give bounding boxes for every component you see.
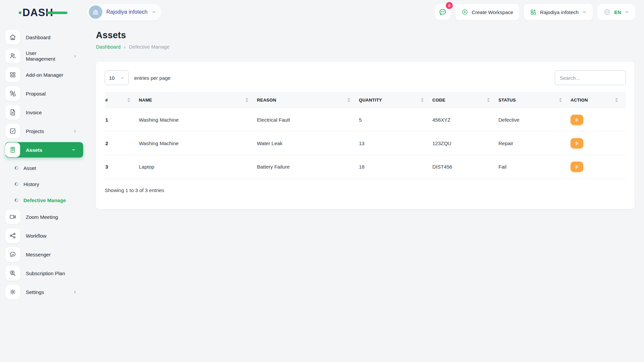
chevron-down-icon xyxy=(625,10,629,14)
notification-badge: 0 xyxy=(446,2,453,9)
chevron-down-icon xyxy=(582,10,587,14)
sidebar-item-subscription-plan[interactable]: Subscription Plan xyxy=(5,265,83,281)
grid-plus-icon xyxy=(530,9,537,15)
column-header-action[interactable]: ACTION xyxy=(570,92,626,108)
sort-icon xyxy=(487,98,490,102)
page-title: Assets xyxy=(96,30,635,41)
sidebar-item-settings[interactable]: Settings xyxy=(5,284,83,300)
table-row: 2 Washing Machine Water Leak 13 123ZQU R… xyxy=(105,132,626,155)
app-root: DASH Rajodiya infotech 0 xyxy=(0,0,644,303)
sidebar-item-assets[interactable]: Assets xyxy=(5,142,83,158)
create-workspace-button[interactable]: Create Workspace xyxy=(455,4,519,20)
sidebar: Dashboard User Management xyxy=(0,24,87,303)
sidebar-subitem-asset[interactable]: Asset xyxy=(15,161,83,175)
chevron-down-icon xyxy=(71,147,76,152)
row-action-button[interactable] xyxy=(571,162,583,172)
bullet-icon xyxy=(15,166,18,170)
proposal-icon xyxy=(5,86,20,101)
sidebar-item-user-management[interactable]: User Management xyxy=(5,48,83,64)
home-icon xyxy=(5,30,20,45)
sidebar-subitem-history[interactable]: History xyxy=(15,177,83,191)
table-row: 3 Laptop Battery Failure 18 DIST456 Fail xyxy=(105,155,626,179)
invoice-document-icon xyxy=(5,105,20,120)
sort-icon xyxy=(421,98,424,102)
breadcrumb-current: Defective Manage xyxy=(129,44,169,50)
breadcrumb-separator: › xyxy=(124,44,125,50)
table-card: 10 entries per page # NAME xyxy=(96,62,635,209)
sidebar-item-zoom-meeting[interactable]: Zoom Meeting xyxy=(5,209,83,225)
status-value: Defective xyxy=(498,108,570,132)
chevron-down-icon xyxy=(120,76,124,80)
workspace-switcher[interactable]: Rajodiya infotech xyxy=(524,4,593,20)
page-size-select[interactable]: 10 xyxy=(105,70,129,85)
column-header-name[interactable]: NAME xyxy=(138,92,256,108)
chevron-down-icon xyxy=(152,10,156,14)
table-row: 1 Washing Machine Electrical Fault 5 456… xyxy=(105,108,626,132)
sort-icon xyxy=(615,98,618,102)
workspace-pill[interactable]: Rajodiya infotech xyxy=(87,3,162,21)
gear-icon xyxy=(5,285,20,299)
table-controls: 10 entries per page xyxy=(105,70,626,85)
globe-icon xyxy=(603,8,611,16)
column-header-quantity[interactable]: QUANTITY xyxy=(358,92,432,108)
bullet-icon xyxy=(15,198,18,202)
chat-bubble-icon xyxy=(438,8,447,16)
chevron-right-icon xyxy=(73,54,77,58)
video-camera-icon xyxy=(5,209,20,224)
entries-per-page-label: entries per page xyxy=(134,75,170,81)
sidebar-item-messenger[interactable]: Messenger xyxy=(5,247,83,262)
users-icon xyxy=(5,49,20,63)
topbar-actions: 0 Create Workspace Rajodiya infotech xyxy=(435,4,635,20)
column-header-status[interactable]: STATUS xyxy=(498,92,570,108)
chevron-right-icon xyxy=(73,290,77,294)
workspace-pill-label: Rajodiya infotech xyxy=(106,9,148,15)
dash-logo-icon: DASH xyxy=(18,5,69,19)
status-value: Fail xyxy=(498,155,570,179)
messenger-chat-icon xyxy=(5,247,20,262)
defective-assets-table: # NAME REASON QUANTITY CODE STATUS ACTIO… xyxy=(105,92,626,179)
sidebar-item-projects[interactable]: Projects xyxy=(5,123,83,139)
sidebar-item-dashboard[interactable]: Dashboard xyxy=(5,29,83,45)
column-header-reason[interactable]: REASON xyxy=(256,92,358,108)
caret-right-icon xyxy=(575,165,579,169)
sort-icon xyxy=(347,98,350,102)
building-icon xyxy=(89,5,102,19)
breadcrumb-dashboard-link[interactable]: Dashboard xyxy=(96,44,120,50)
sidebar-item-addon-manager[interactable]: Add-on Manager xyxy=(5,67,83,82)
language-label: EN xyxy=(614,9,621,15)
chevron-right-icon xyxy=(73,129,77,133)
sidebar-item-proposal[interactable]: Proposal xyxy=(5,86,83,101)
language-selector[interactable]: EN xyxy=(597,4,635,20)
sidebar-subitem-defective-manage[interactable]: Defective Manage xyxy=(15,193,83,207)
topbar: DASH Rajodiya infotech 0 xyxy=(0,0,644,24)
plus-circle-icon xyxy=(462,9,468,15)
sidebar-item-workflow[interactable]: Workflow xyxy=(5,228,83,243)
sort-icon xyxy=(127,98,130,102)
calculator-icon xyxy=(5,142,20,157)
main-content: Assets Dashboard › Defective Manage 10 e… xyxy=(87,24,644,303)
sort-icon xyxy=(246,98,248,102)
notifications-button[interactable]: 0 xyxy=(435,4,451,20)
brand-logo[interactable]: DASH xyxy=(0,5,87,19)
bullet-icon xyxy=(15,182,18,186)
search-dollar-icon xyxy=(5,266,20,281)
create-workspace-label: Create Workspace xyxy=(472,9,513,15)
status-value: Repair xyxy=(498,132,570,155)
breadcrumb: Dashboard › Defective Manage xyxy=(96,44,635,50)
sidebar-item-invoice[interactable]: Invoice xyxy=(5,105,83,120)
row-action-button[interactable] xyxy=(571,138,583,148)
entries-summary: Showing 1 to 3 of 3 entries xyxy=(105,187,626,193)
page-size-value: 10 xyxy=(109,75,115,81)
search-input[interactable] xyxy=(555,70,626,85)
table-header-row: # NAME REASON QUANTITY CODE STATUS ACTIO… xyxy=(105,92,626,108)
addon-grid-icon xyxy=(5,67,20,82)
sort-icon xyxy=(559,98,562,102)
row-action-button[interactable] xyxy=(571,115,583,125)
column-header-code[interactable]: CODE xyxy=(432,92,498,108)
caret-right-icon xyxy=(575,118,579,122)
workspace-switcher-label: Rajodiya infotech xyxy=(540,9,579,15)
checkbox-icon xyxy=(5,124,20,138)
caret-right-icon xyxy=(575,141,579,145)
share-nodes-icon xyxy=(5,228,20,243)
column-header-index[interactable]: # xyxy=(105,92,138,108)
